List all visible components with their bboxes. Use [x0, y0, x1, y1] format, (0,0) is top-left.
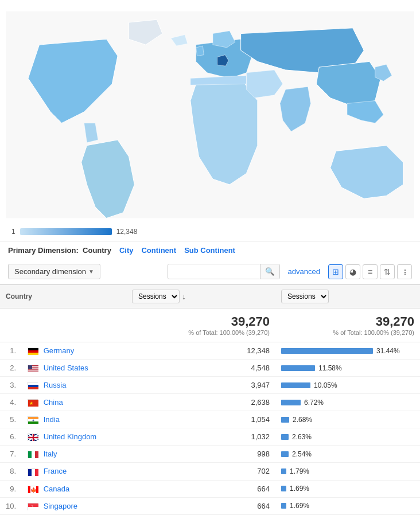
svg-rect-16: [28, 421, 38, 424]
sort-view-icon[interactable]: ⇅: [380, 264, 395, 279]
row-sessions: 12,348: [126, 342, 275, 360]
secondary-dimension-label: Secondary dimension: [14, 267, 86, 276]
sessions-bar: [281, 400, 301, 405]
row-sessions: 1,054: [126, 411, 275, 428]
country-link[interactable]: Germany: [44, 346, 74, 355]
toolbar: Secondary dimension ▼ 🔍 advanced ⊞ ◕ ≡ ⇅…: [0, 259, 420, 284]
country-link[interactable]: India: [44, 415, 60, 424]
primary-dimension-label: Primary Dimension:: [8, 246, 79, 255]
svg-rect-29: [32, 469, 35, 476]
sessions-bar: [281, 468, 286, 474]
sessions-bar: [281, 486, 286, 491]
totals-row: 39,270 % of Total: 100.00% (39,270) 39,2…: [0, 309, 420, 342]
legend-gradient-bar: [20, 228, 112, 235]
table-row: 2. United States 4,548 11.58%: [0, 360, 420, 377]
row-country: ☽ Singapore: [22, 497, 126, 514]
sessions-bar: [281, 382, 310, 388]
table-row: 10. ☽ Singapore 664 1.69%: [0, 497, 420, 514]
bar-container: 2.54%: [281, 450, 414, 458]
row-number: 7.: [0, 446, 22, 463]
sessions-bar: [281, 365, 315, 371]
legend-max: 12,348: [116, 228, 138, 236]
sort-arrow-icon[interactable]: ↓: [182, 292, 186, 301]
pct-text: 1.79%: [290, 467, 309, 475]
dim-link-city[interactable]: City: [119, 246, 134, 255]
svg-rect-10: [28, 385, 38, 387]
pct-text: 31.44%: [376, 347, 400, 355]
country-flag: [28, 468, 38, 476]
svg-rect-25: [28, 451, 32, 458]
col-header-country: Country: [0, 285, 126, 309]
svg-rect-9: [28, 382, 38, 385]
col-header-sessions-right: Sessions: [275, 285, 420, 309]
totals-sessions-right: 39,270 % of Total: 100.00% (39,270): [275, 309, 420, 342]
pct-text: 2.68%: [293, 416, 312, 424]
country-link[interactable]: Singapore: [44, 502, 77, 510]
dim-link-country[interactable]: Country: [83, 246, 111, 255]
country-link[interactable]: China: [44, 398, 63, 407]
svg-point-17: [33, 420, 34, 421]
dim-link-subcontinent[interactable]: Sub Continent: [184, 246, 235, 255]
row-number: 8.: [0, 463, 22, 480]
row-country: Russia: [22, 377, 126, 394]
map-container: 1 12,348: [0, 0, 420, 241]
svg-text:☽: ☽: [30, 505, 33, 509]
row-country: France: [22, 463, 126, 480]
secondary-dimension-button[interactable]: Secondary dimension ▼: [8, 264, 100, 279]
row-sessions: 2,638: [126, 394, 275, 411]
row-number: 2.: [0, 360, 22, 377]
row-bar-cell: 2.63%: [275, 428, 420, 446]
map-legend: 1 12,348: [6, 228, 414, 236]
row-country: 🍁 Canada: [22, 480, 126, 497]
country-flag: ☽: [28, 503, 38, 510]
pct-text: 1.69%: [290, 502, 309, 510]
svg-rect-14: [28, 417, 38, 419]
row-number: 3.: [0, 377, 22, 394]
country-link[interactable]: United States: [44, 364, 88, 372]
pct-text: 2.54%: [292, 450, 312, 458]
table-row: 6. United Kingdom 1,032 2.63%: [0, 428, 420, 446]
row-country: United States: [22, 360, 126, 377]
pie-view-icon[interactable]: ◕: [345, 264, 360, 279]
table-row: 4. ★ China 2,638 6.72%: [0, 394, 420, 411]
bar-container: 2.63%: [281, 433, 414, 441]
search-input[interactable]: [168, 264, 260, 279]
bar-container: 1.69%: [281, 485, 414, 493]
row-bar-cell: 2.54%: [275, 446, 420, 463]
svg-rect-33: [36, 486, 38, 493]
view-icons: ⊞ ◕ ≡ ⇅ ⫶: [328, 264, 412, 279]
country-link[interactable]: United Kingdom: [44, 432, 97, 441]
row-bar-cell: 1.79%: [275, 463, 420, 480]
svg-rect-7: [28, 370, 38, 372]
sessions-left-select[interactable]: Sessions: [132, 290, 180, 303]
country-link[interactable]: France: [44, 467, 67, 475]
sessions-right-select[interactable]: Sessions: [281, 290, 329, 303]
sessions-bar: [281, 348, 373, 354]
row-country: Germany: [22, 342, 126, 360]
row-country: United Kingdom: [22, 428, 126, 446]
row-country: Italy: [22, 446, 126, 463]
country-link[interactable]: Russia: [44, 381, 67, 389]
country-link[interactable]: Canada: [44, 485, 70, 493]
svg-rect-8: [28, 365, 32, 369]
country-flag: [28, 434, 38, 441]
chevron-down-icon: ▼: [88, 268, 94, 275]
search-button[interactable]: 🔍: [260, 264, 279, 279]
row-number: 10.: [0, 497, 22, 514]
pct-text: 6.72%: [304, 399, 324, 407]
totals-label-cell: [0, 309, 126, 342]
list-view-icon[interactable]: ≡: [363, 264, 378, 279]
row-sessions: 3,947: [126, 377, 275, 394]
totals-sessions-left: 39,270 % of Total: 100.00% (39,270): [126, 309, 275, 342]
columns-view-icon[interactable]: ⫶: [397, 264, 412, 279]
svg-rect-1: [28, 348, 38, 350]
dim-link-continent[interactable]: Continent: [141, 246, 176, 255]
table-row: 5. India 1,054 2.68%: [0, 411, 420, 428]
country-link[interactable]: Italy: [44, 450, 57, 458]
advanced-link[interactable]: advanced: [288, 267, 320, 276]
row-number: 4.: [0, 394, 22, 411]
svg-rect-30: [35, 469, 38, 476]
grid-view-icon[interactable]: ⊞: [328, 264, 343, 279]
svg-rect-28: [28, 469, 32, 476]
bar-container: 2.68%: [281, 416, 414, 424]
